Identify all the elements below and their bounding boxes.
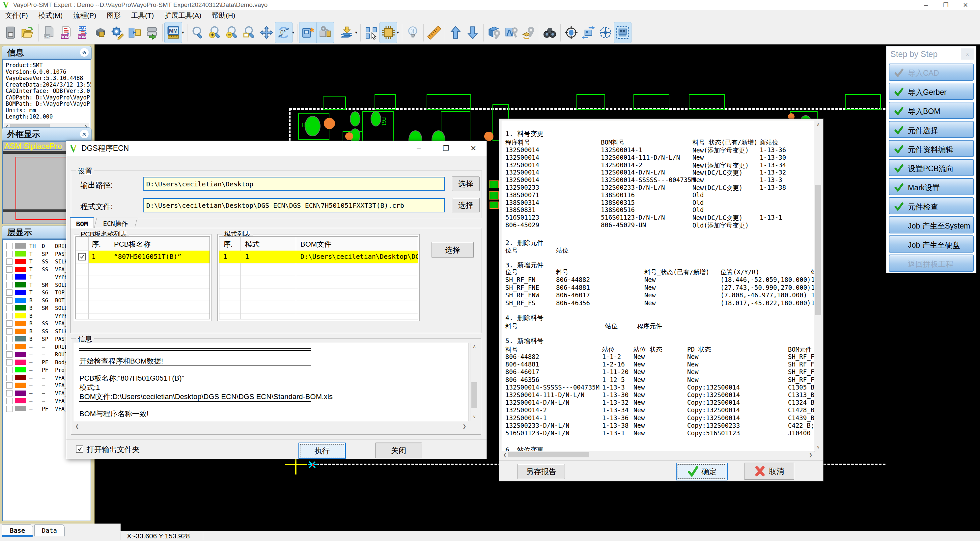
tab-base[interactable]: Base [2,524,33,536]
layer-color-swatch[interactable] [15,282,26,287]
layer-visibility-checkbox[interactable] [6,351,13,358]
layer-color-swatch[interactable] [15,251,26,257]
report-hscrollbar[interactable]: ❮ ❯ [502,451,814,459]
menu-1[interactable]: 模式(M) [33,11,68,20]
layer-color-swatch[interactable] [15,290,26,295]
close-button[interactable]: ✕ [956,0,975,10]
select-components-button[interactable] [363,22,380,43]
layer-visibility-checkbox[interactable] [6,328,13,335]
machine-wrench-button[interactable] [503,22,520,43]
layer-visibility-checkbox[interactable] [6,390,13,397]
step-button-11[interactable]: 返回拼板工程 [889,254,974,272]
report-text-area[interactable]: 1. 料号变更程序料号BOM料号料号_状态(已有/新增)新站位132S00014… [502,121,815,451]
layer-color-swatch[interactable] [15,243,26,249]
info-panel-header[interactable]: 信息 [2,46,92,59]
cad-bom-doc-button[interactable]: CADBOM [75,22,92,43]
layer-visibility-checkbox[interactable] [6,344,13,350]
collapse-icon[interactable] [80,48,89,57]
layer-visibility-checkbox[interactable] [6,289,13,296]
arrow-up-button[interactable] [447,22,464,43]
layer-color-swatch[interactable] [15,367,26,373]
restore-button[interactable]: ❐ [936,0,956,10]
collapse-icon[interactable] [80,130,89,138]
chip-button[interactable] [380,22,397,43]
rotate-circle-button[interactable] [597,22,614,43]
chip-dropdown-icon[interactable]: ▾ [397,30,399,35]
layer-visibility-checkbox[interactable] [6,282,13,288]
layer-color-swatch[interactable] [15,375,26,380]
outline-panel-header[interactable]: 外框显示 [2,127,92,141]
dgs-vscrollbar[interactable]: ∧ ∨ [470,343,478,420]
menu-3[interactable]: 图形 [102,11,126,20]
list-select-button[interactable]: 选择 [431,242,474,258]
layer-visibility-checkbox[interactable] [6,267,13,273]
layer-visibility-checkbox[interactable] [6,274,13,280]
pcb-list-row[interactable]: 1 “807H501G051T(B)” [76,251,210,263]
output-path-input[interactable]: D:\Users\ceciletian\Desktop [143,177,445,191]
scroll-down-icon[interactable]: ∨ [470,413,478,420]
layer-color-swatch[interactable] [15,398,26,403]
menu-4[interactable]: 工具(T) [126,11,159,20]
layer-color-swatch[interactable] [15,352,26,357]
zoom-out-button[interactable] [224,22,241,43]
ok-button[interactable]: 确定 [676,463,728,481]
pcb-row-checkbox[interactable] [78,253,86,260]
units-mm-button[interactable]: MM [165,22,182,43]
menu-2[interactable]: 流程(P) [68,11,102,20]
step-button-1[interactable]: 导入CAD [889,63,974,81]
board-wrench-button[interactable] [485,22,503,43]
dgs-hscrollbar[interactable]: ❮ ❯ [74,422,468,430]
step-button-6[interactable]: 设置PCB流向 [889,159,974,176]
layer-visibility-checkbox[interactable] [6,359,13,365]
layer-color-swatch[interactable] [15,259,26,264]
layer-color-swatch[interactable] [15,321,26,326]
import-stack-dropdown-icon[interactable]: ▾ [355,30,357,35]
scroll-up-icon[interactable]: ∧ [814,121,822,128]
layer-color-swatch[interactable] [15,360,26,365]
pan-button[interactable] [258,22,275,43]
open-output-checkbox[interactable] [76,446,83,453]
report-vscrollbar[interactable]: ∧ ∨ [814,121,822,451]
dialog-close-button[interactable]: ✕ [460,141,487,156]
bulb-button[interactable] [404,22,421,43]
layer-color-swatch[interactable] [15,390,26,396]
step-button-8[interactable]: 元件检查 [889,197,974,214]
layer-visibility-checkbox[interactable] [6,297,13,304]
open-project-button[interactable] [19,22,36,43]
layer-color-swatch[interactable] [15,328,26,334]
layer-color-swatch[interactable] [15,298,26,303]
binoculars-button[interactable] [541,22,558,43]
scroll-down-icon[interactable]: ∨ [814,444,822,451]
dialog-minimize-button[interactable]: – [406,141,432,156]
step-button-9[interactable]: Job 产生至System [889,216,974,233]
layer-visibility-checkbox[interactable] [6,382,13,389]
step-button-2[interactable]: 导入Gerber [889,82,974,100]
step-button-3[interactable]: 导入BOM [889,102,974,119]
gear-edit-button[interactable] [109,22,126,43]
scroll-right-icon[interactable]: ❯ [461,424,468,429]
board-refresh-button[interactable] [299,22,317,43]
layer-visibility-checkbox[interactable] [6,305,13,311]
cancel-button[interactable]: 取消 [744,463,794,480]
layer-visibility-checkbox[interactable] [6,320,13,327]
export-board-button[interactable] [143,22,161,43]
step-button-5[interactable]: 元件资料编辑 [889,140,974,157]
menu-5[interactable]: 扩展工具(A) [159,11,207,20]
outline-machine-link[interactable]: ASM SiplacePro [4,141,62,151]
component-tools-button[interactable] [317,22,334,43]
layer-visibility-checkbox[interactable] [6,251,13,257]
layer-color-swatch[interactable] [15,344,26,349]
layer-color-swatch[interactable] [15,305,26,311]
panel-array-button[interactable] [126,22,143,43]
save-report-button[interactable]: 另存报告 [517,464,565,479]
minimize-button[interactable]: – [916,0,936,10]
scroll-left-icon[interactable]: ❮ [502,452,508,457]
step-button-7[interactable]: Mark设置 [889,178,974,195]
layer-color-swatch[interactable] [15,267,26,272]
layer-visibility-checkbox[interactable] [6,367,13,373]
program-file-input[interactable]: D:\Users\ceciletian\Desktop\DGS ECN\DGS … [143,198,445,213]
arrow-down-button[interactable] [464,22,481,43]
dgs-close-button[interactable]: 关闭 [375,443,422,459]
layer-visibility-checkbox[interactable] [6,375,13,381]
zoom-window-button[interactable] [241,22,258,43]
